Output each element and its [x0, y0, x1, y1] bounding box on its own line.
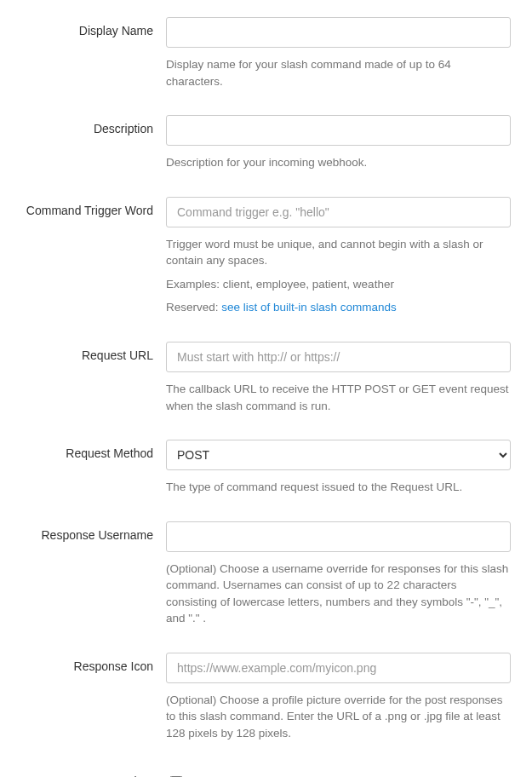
row-trigger: Command Trigger Word Trigger word must b…	[0, 197, 523, 316]
label-display-name: Display Name	[0, 17, 166, 89]
row-response-username: Response Username (Optional) Choose a us…	[0, 521, 523, 627]
response-username-input[interactable]	[166, 521, 511, 552]
help-response-icon: (Optional) Choose a profile picture over…	[166, 692, 511, 742]
help-request-url: The callback URL to receive the HTTP POS…	[166, 381, 511, 414]
help-response-username: (Optional) Choose a username override fo…	[166, 561, 511, 627]
reserved-prefix: Reserved:	[166, 301, 221, 314]
label-request-method: Request Method	[0, 440, 166, 496]
request-url-input[interactable]	[166, 342, 511, 372]
help-trigger-reserved: Reserved: see list of built-in slash com…	[166, 299, 511, 316]
row-request-url: Request URL The callback URL to receive …	[0, 342, 523, 414]
help-description: Description for your incoming webhook.	[166, 154, 511, 171]
request-method-select[interactable]: POST	[166, 440, 511, 470]
builtin-commands-link[interactable]: see list of built-in slash commands	[221, 301, 397, 314]
row-request-method: Request Method POST The type of command …	[0, 440, 523, 496]
row-response-icon: Response Icon (Optional) Choose a profil…	[0, 653, 523, 742]
row-description: Description Description for your incomin…	[0, 115, 523, 171]
help-trigger-1: Trigger word must be unique, and cannot …	[166, 236, 511, 269]
label-response-username: Response Username	[0, 521, 166, 627]
row-autocomplete: Autocomplete (Optional) Show slash comma…	[0, 768, 523, 777]
help-trigger-2: Examples: client, employee, patient, wea…	[166, 276, 511, 293]
label-response-icon: Response Icon	[0, 653, 166, 742]
row-display-name: Display Name Display name for your slash…	[0, 17, 523, 89]
slash-command-form: Display Name Display name for your slash…	[0, 0, 532, 777]
help-request-method: The type of command request issued to th…	[166, 479, 511, 496]
trigger-input[interactable]	[166, 197, 511, 227]
label-autocomplete: Autocomplete	[0, 768, 166, 777]
display-name-input[interactable]	[166, 17, 511, 48]
label-request-url: Request URL	[0, 342, 166, 414]
label-description: Description	[0, 115, 166, 171]
label-trigger: Command Trigger Word	[0, 197, 166, 316]
response-icon-input[interactable]	[166, 653, 511, 683]
description-input[interactable]	[166, 115, 511, 146]
help-display-name: Display name for your slash command made…	[166, 56, 511, 89]
